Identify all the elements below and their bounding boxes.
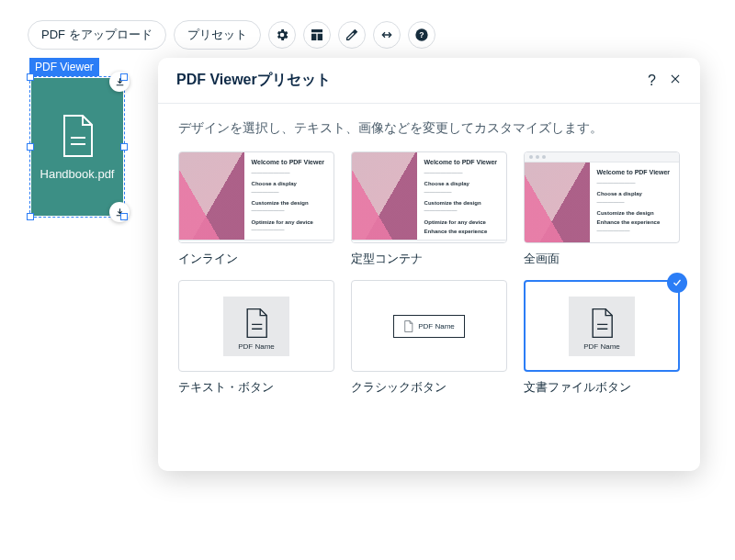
settings-button[interactable]	[268, 21, 296, 49]
preview-heading: Welcome to PDF Viewer	[597, 168, 673, 177]
preset-label: 文書ファイルボタン	[524, 379, 680, 396]
design-button[interactable]	[338, 21, 366, 49]
help-button[interactable]: ?	[408, 21, 435, 49]
widget-filename: Handbook.pdf	[40, 167, 115, 181]
preset-label: テキスト・ボタン	[178, 379, 334, 396]
presets-button[interactable]: プリセット	[174, 20, 261, 50]
panel-header: PDF Viewerプリセット ?	[158, 58, 700, 104]
preset-label: インライン	[178, 251, 334, 267]
preset-option-fullscreen[interactable]: Welcome to PDF Viewer ——————— Choose a d…	[524, 151, 680, 267]
upload-pdf-button[interactable]: PDF をアップロード	[28, 20, 166, 50]
layout-icon	[310, 28, 324, 42]
widget-type-label: PDF Viewer	[29, 58, 99, 76]
stretch-icon	[379, 28, 394, 42]
gear-icon	[275, 28, 289, 42]
preview-heading: Welcome to PDF Viewer	[252, 158, 328, 167]
preview-pdfname: PDF Name	[583, 342, 620, 351]
panel-description: デザインを選択し、テキスト、画像などを変更してカスタマイズします。	[178, 120, 680, 137]
file-icon	[589, 308, 615, 339]
file-icon	[243, 308, 269, 339]
selected-check-icon	[667, 273, 687, 293]
presets-panel: PDF Viewerプリセット ? デザインを選択し、テキスト、画像などを変更し…	[158, 58, 700, 471]
help-icon: ?	[414, 28, 429, 42]
preset-option-text-button[interactable]: PDF Name テキスト・ボタン	[178, 280, 334, 396]
preset-option-doc-button[interactable]: PDF Name 文書ファイルボタン	[524, 280, 680, 396]
preset-grid: Welcome to PDF Viewer ——————— Choose a d…	[178, 151, 680, 396]
panel-title: PDF Viewerプリセット	[176, 71, 331, 90]
editor-toolbar: PDF をアップロード プリセット ?	[28, 20, 435, 50]
layout-button[interactable]	[303, 21, 331, 49]
preset-label: 定型コンテナ	[351, 251, 507, 267]
preview-heading: Welcome to PDF Viewer	[424, 158, 501, 167]
brush-icon	[345, 28, 359, 42]
file-icon	[59, 114, 96, 158]
preview-classic-button: PDF Name	[393, 315, 465, 338]
preset-option-container[interactable]: Welcome to PDF Viewer ——————— Choose a d…	[351, 151, 507, 267]
preset-label: 全画面	[524, 251, 680, 267]
panel-close-button[interactable]	[669, 73, 682, 89]
pdf-viewer-widget[interactable]: PDF Viewer Handbook.pdf	[29, 58, 125, 218]
stretch-button[interactable]	[373, 21, 401, 49]
widget-body[interactable]: Handbook.pdf	[31, 78, 123, 216]
preset-option-classic-button[interactable]: PDF Name クラシックボタン	[351, 280, 507, 396]
preview-pdfname: PDF Name	[238, 342, 275, 351]
preset-label: クラシックボタン	[351, 379, 507, 396]
svg-text:?: ?	[419, 30, 424, 39]
close-icon	[669, 73, 682, 85]
preset-option-inline[interactable]: Welcome to PDF Viewer ——————— Choose a d…	[178, 151, 334, 267]
panel-help-button[interactable]: ?	[648, 73, 656, 89]
